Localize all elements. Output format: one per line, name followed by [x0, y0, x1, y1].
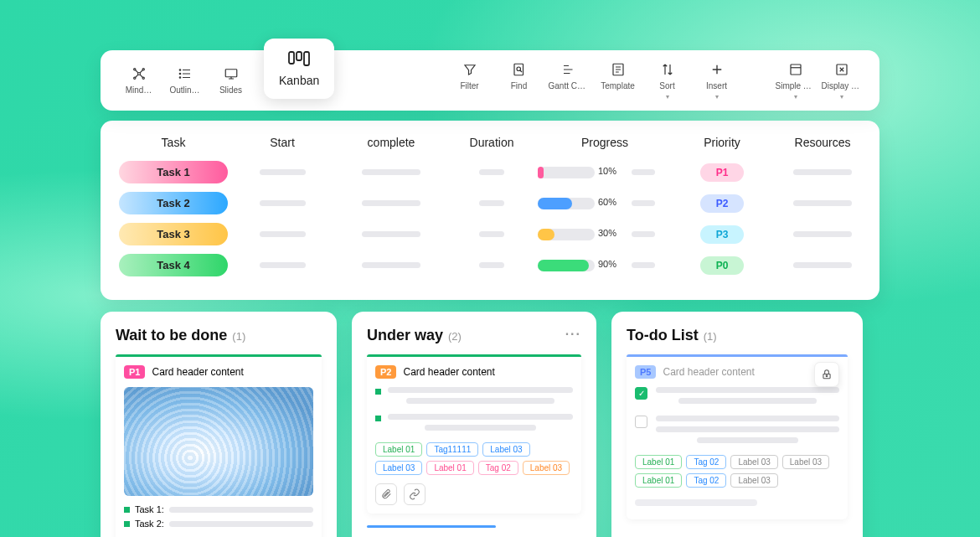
table-row[interactable]: Task 4 90% P0 [119, 254, 861, 276]
board-title: To-do List [627, 327, 699, 344]
subtask-label: Task 1: [135, 504, 164, 514]
bullet-icon [124, 521, 130, 527]
display-icon [834, 62, 849, 77]
chevron-down-icon: ▾ [715, 95, 719, 100]
tool-label: Mind… [126, 85, 152, 95]
find-tool[interactable]: Find [496, 62, 542, 100]
board-title: Wait to be done [116, 327, 227, 344]
priority-pill: P1 [700, 163, 744, 182]
placeholder [260, 262, 306, 268]
lock-icon [821, 369, 833, 380]
placeholder [362, 262, 420, 268]
tag[interactable]: Label 03 [482, 442, 529, 457]
progress-value: 10% [598, 166, 622, 176]
display-set-tool[interactable]: Display Set ▾ [818, 62, 864, 100]
svg-rect-11 [304, 52, 309, 65]
progress-value: 30% [598, 228, 622, 238]
placeholder [362, 169, 420, 175]
placeholder [169, 507, 313, 513]
tag[interactable]: Label 03 [730, 473, 777, 488]
placeholder [362, 200, 420, 206]
tag[interactable]: Tag 02 [686, 455, 726, 469]
placeholder [362, 231, 420, 237]
svg-point-0 [137, 73, 140, 75]
svg-rect-9 [289, 52, 294, 64]
svg-point-6 [179, 73, 181, 75]
attachment-button[interactable] [375, 483, 397, 505]
tag[interactable]: Label 01 [375, 442, 422, 457]
kanban-card[interactable]: P5 Card header content ✓ Label 01Tag 02L… [627, 354, 848, 519]
slides-icon [224, 66, 239, 81]
tag[interactable]: Tag11111 [426, 442, 478, 457]
table-row[interactable]: Task 1 10% P1 [119, 161, 861, 183]
placeholder [169, 521, 313, 527]
placeholder [479, 169, 504, 175]
col-start: Start [228, 136, 337, 149]
checklist-item: ✓ [635, 387, 839, 409]
checkbox-unchecked[interactable] [635, 416, 647, 428]
tag[interactable]: Label 03 [730, 455, 777, 469]
more-button[interactable]: ··· [565, 327, 581, 342]
task-pill: Task 3 [119, 223, 228, 245]
placeholder [635, 499, 757, 506]
placeholder [479, 231, 504, 237]
tag[interactable]: Label 01 [426, 461, 473, 475]
kanban-card[interactable]: P1 Card header content Task 1: Task 2: [116, 354, 322, 537]
kanban-boards: Wait to be done (1) P1 Card header conte… [101, 312, 879, 537]
placeholder [479, 200, 504, 206]
chevron-down-icon: ▾ [840, 95, 843, 100]
placeholder [793, 262, 852, 268]
tag[interactable]: Tag 02 [478, 461, 518, 475]
board-wait: Wait to be done (1) P1 Card header conte… [101, 312, 337, 537]
lock-button[interactable] [814, 362, 839, 387]
placeholder [632, 262, 655, 268]
kanban-tab-active[interactable]: Kanban [264, 39, 334, 99]
tag[interactable]: Tag 02 [686, 473, 726, 488]
template-tool[interactable]: Template [595, 62, 641, 100]
tag[interactable]: Label 03 [523, 461, 570, 475]
placeholder [260, 169, 306, 175]
board-count: (2) [448, 330, 462, 343]
placeholder [260, 200, 306, 206]
mindmap-icon [132, 66, 147, 81]
card-header: Card header content [403, 366, 494, 378]
kanban-card[interactable]: P2 Card header content Label 01Tag11111L… [367, 354, 581, 514]
tool-label: Slides [219, 85, 242, 95]
col-resources: Resources [772, 136, 873, 149]
board-count: (1) [232, 330, 245, 343]
card-header: Card header content [663, 366, 754, 378]
slides-tool[interactable]: Slides [208, 66, 254, 95]
outline-tool[interactable]: Outlin… [162, 66, 208, 95]
placeholder [479, 262, 504, 268]
priority-badge: P1 [124, 365, 145, 379]
placeholder [793, 231, 852, 237]
gantt-tool[interactable]: Gantt Chart [545, 62, 591, 100]
tag[interactable]: Label 01 [635, 455, 682, 469]
placeholder [632, 200, 655, 206]
col-duration: Duration [446, 136, 538, 149]
tag[interactable]: Label 03 [375, 461, 422, 475]
kanban-icon [287, 50, 311, 67]
table-row[interactable]: Task 2 60% P2 [119, 192, 861, 214]
sort-tool[interactable]: Sort ▾ [644, 62, 690, 100]
mindmap-tool[interactable]: Mind… [116, 66, 162, 95]
svg-rect-12 [514, 64, 524, 75]
table-row[interactable]: Task 3 30% P3 [119, 223, 861, 245]
tool-label: Template [601, 81, 635, 90]
task-pill: Task 4 [119, 254, 228, 276]
board-title: Under way [367, 327, 443, 344]
task-pill: Task 2 [119, 192, 228, 214]
link-button[interactable] [404, 483, 426, 505]
progress-value: 90% [598, 259, 622, 269]
svg-point-7 [179, 77, 181, 79]
subtask-label: Task 2: [135, 519, 164, 529]
bullet-icon [375, 416, 381, 421]
insert-tool[interactable]: Insert ▾ [694, 62, 740, 100]
task-pill: Task 1 [119, 161, 228, 183]
tag[interactable]: Label 01 [635, 473, 682, 488]
simple-mode-tool[interactable]: Simple Mode ▾ [772, 62, 818, 100]
checkbox-checked[interactable]: ✓ [635, 387, 647, 400]
gantt-icon [561, 62, 576, 77]
filter-tool[interactable]: Filter [446, 62, 493, 100]
tag[interactable]: Label 03 [782, 455, 829, 469]
